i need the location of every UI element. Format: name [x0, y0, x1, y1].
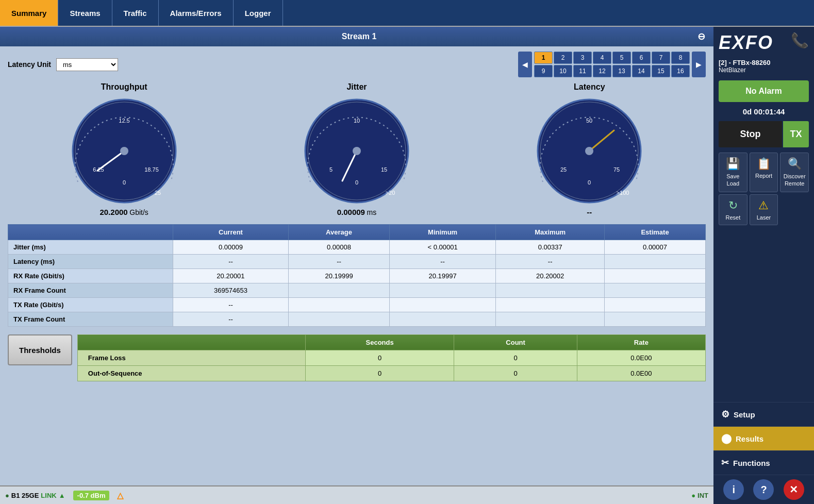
stream-btn-14[interactable]: 14 — [632, 65, 651, 77]
discover-remote-label: DiscoverRemote — [784, 173, 806, 188]
thresh-rate: 0.0E00 — [577, 350, 705, 366]
stream-btn-11[interactable]: 11 — [573, 65, 592, 77]
minimize-button[interactable]: ⊖ — [693, 31, 709, 42]
laser-label: Laser — [757, 214, 771, 221]
bottom-icons: i ? ✕ — [713, 475, 814, 504]
device-info: [2] - FTBx-88260 NetBlazer — [713, 59, 814, 78]
functions-label: Functions — [733, 459, 770, 467]
row-maximum — [496, 298, 605, 312]
table-row: Latency (ms) -- -- -- -- — [8, 255, 706, 269]
latency-value: -- — [587, 208, 592, 216]
throughput-value-area: 20.2000 Gbit/s — [99, 208, 148, 216]
tab-summary[interactable]: Summary — [0, 0, 58, 26]
col-header-label — [8, 225, 173, 240]
stream-btn-2[interactable]: 2 — [554, 52, 572, 64]
stream-selector: ◀ 1 2 3 4 5 6 7 8 9 10 11 12 13 — [518, 52, 706, 77]
stream-btn-1[interactable]: 1 — [534, 52, 553, 64]
threshold-row: Frame Loss 0 0 0.0E00 — [77, 350, 705, 366]
stream-btn-4[interactable]: 4 — [593, 52, 611, 64]
thresholds-button[interactable]: Thresholds — [8, 334, 72, 365]
device-name-line2: NetBlazer — [719, 66, 809, 74]
stream-next-button[interactable]: ▶ — [692, 52, 706, 77]
latency-gauge: Latency 0 25 50 75 >100 — [533, 82, 646, 216]
row-estimate — [605, 269, 706, 283]
stream-btn-8[interactable]: 8 — [671, 52, 690, 64]
stop-button[interactable]: Stop — [719, 121, 782, 147]
port-label: B1 25GE — [11, 492, 39, 499]
thresh-col-rate: Rate — [577, 335, 705, 350]
tab-logger[interactable]: Logger — [234, 0, 283, 26]
row-estimate — [605, 255, 706, 269]
svg-point-26 — [585, 147, 593, 155]
save-load-button[interactable]: 💾 SaveLoad — [719, 153, 747, 192]
table-row: TX Frame Count -- — [8, 312, 706, 327]
latency-unit-label: Latency Unit — [8, 60, 51, 69]
row-label: TX Rate (Gbit/s) — [8, 298, 173, 312]
tab-alarms-errors[interactable]: Alarms/Errors — [159, 0, 234, 26]
col-header-minimum: Minimum — [389, 225, 495, 240]
main-content: Stream 1 ⊖ Latency Unit ms us ns ◀ 1 — [0, 27, 814, 504]
latency-gauge-svg: 0 25 50 75 >100 — [533, 94, 646, 208]
functions-icon: ✂ — [721, 457, 729, 468]
row-average: -- — [289, 255, 390, 269]
sidebar-item-setup[interactable]: ⚙ Setup — [713, 402, 814, 426]
stream-btn-3[interactable]: 3 — [573, 52, 592, 64]
row-current: 0.00009 — [173, 240, 288, 255]
stream-btn-15[interactable]: 15 — [652, 65, 670, 77]
exfo-logo: EXFO — [719, 32, 773, 54]
stream-prev-button[interactable]: ◀ — [518, 52, 532, 77]
svg-text:5: 5 — [329, 166, 333, 173]
svg-point-17 — [353, 147, 361, 155]
svg-text:0: 0 — [588, 179, 591, 186]
thresh-count: 0 — [454, 350, 577, 366]
svg-text:12.5: 12.5 — [119, 117, 129, 124]
gauges-area: Throughput 0 6.25 12.5 18.75 25 — [8, 82, 706, 216]
stream-btn-5[interactable]: 5 — [612, 52, 631, 64]
info-icon: i — [732, 484, 735, 496]
info-button[interactable]: i — [723, 479, 744, 500]
table-row: RX Rate (Gbit/s) 20.20001 20.19999 20.19… — [8, 269, 706, 283]
status-port: ● B1 25GE LINK ▲ — [5, 492, 65, 499]
save-load-label: SaveLoad — [726, 173, 739, 188]
stream-btn-16[interactable]: 16 — [671, 65, 690, 77]
tab-streams[interactable]: Streams — [58, 0, 112, 26]
stream-btn-12[interactable]: 12 — [593, 65, 611, 77]
left-panel: Stream 1 ⊖ Latency Unit ms us ns ◀ 1 — [0, 27, 713, 504]
tx-button[interactable]: TX — [783, 121, 809, 147]
row-estimate — [605, 312, 706, 327]
stream-btn-13[interactable]: 13 — [612, 65, 631, 77]
reset-button[interactable]: ↻ Reset — [719, 194, 747, 225]
gear-icon: ⚙ — [721, 409, 729, 420]
throughput-gauge: Throughput 0 6.25 12.5 18.75 25 — [68, 82, 181, 216]
stream-btn-10[interactable]: 10 — [554, 65, 572, 77]
thresh-col-count: Count — [454, 335, 577, 350]
svg-text:0: 0 — [123, 179, 126, 186]
help-button[interactable]: ? — [753, 479, 774, 500]
throughput-unit: Gbit/s — [129, 208, 148, 216]
row-minimum: 20.19997 — [389, 269, 495, 283]
svg-text:>20: >20 — [386, 190, 395, 196]
row-minimum — [389, 312, 495, 327]
thresh-count: 0 — [454, 366, 577, 381]
close-button[interactable]: ✕ — [784, 479, 804, 500]
report-button[interactable]: 📋 Report — [750, 153, 778, 192]
stream-btn-7[interactable]: 7 — [652, 52, 670, 64]
status-bar: ● B1 25GE LINK ▲ -0.7 dBm △ ● INT — [0, 485, 713, 504]
threshold-table: Seconds Count Rate Frame Loss 0 0 0.0E00 — [77, 334, 706, 381]
stream-btn-9[interactable]: 9 — [534, 65, 553, 77]
row-estimate — [605, 298, 706, 312]
svg-text:25: 25 — [155, 190, 161, 196]
row-maximum — [496, 312, 605, 327]
close-icon: ✕ — [789, 483, 798, 496]
latency-unit-select[interactable]: ms us ns — [56, 58, 118, 71]
laser-button[interactable]: ⚠ Laser — [750, 194, 778, 225]
device-icon: 📞 — [791, 32, 809, 49]
discover-remote-button[interactable]: 🔍 DiscoverRemote — [780, 153, 809, 192]
stream-btn-6[interactable]: 6 — [632, 52, 651, 64]
tab-traffic[interactable]: Traffic — [112, 0, 159, 26]
throughput-value: 20.2000 — [99, 208, 127, 216]
stream-header: Stream 1 ⊖ — [0, 27, 713, 46]
sidebar-item-results[interactable]: ⬤ Results — [713, 426, 814, 450]
discover-icon: 🔍 — [788, 157, 802, 171]
sidebar-item-functions[interactable]: ✂ Functions — [713, 450, 814, 475]
